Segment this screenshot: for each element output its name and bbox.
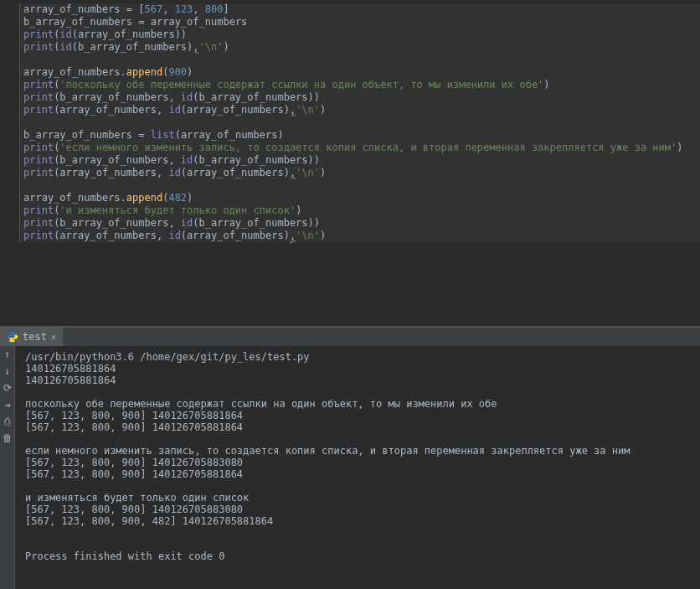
code-content[interactable]: print('поскольку обе переменные содержат…	[20, 79, 700, 91]
gutter	[0, 204, 20, 217]
run-tab[interactable]: test ×	[0, 328, 63, 346]
code-line[interactable]: array_of_numbers.append(900)	[0, 66, 700, 79]
tool-button[interactable]: 🗑	[3, 433, 13, 443]
gutter	[0, 192, 20, 204]
gutter	[0, 217, 20, 230]
tool-button[interactable]: ⇥	[4, 400, 10, 410]
code-content[interactable]: print(array_of_numbers, id(array_of_numb…	[20, 104, 700, 116]
run-tabs-row: test ×	[0, 327, 700, 346]
gutter	[0, 3, 20, 16]
code-content[interactable]: print(array_of_numbers, id(array_of_numb…	[20, 167, 700, 179]
code-content[interactable]: b_array_of_numbers = list(array_of_numbe…	[20, 129, 700, 142]
gutter	[0, 154, 20, 167]
gutter	[0, 79, 20, 91]
console-panel: ↑↓⟳⇥⎙🗑 /usr/bin/python3.6 /home/gex/git/…	[0, 346, 700, 589]
gutter	[0, 167, 20, 179]
code-content[interactable]	[20, 54, 700, 66]
code-content[interactable]: print(b_array_of_numbers, id(b_array_of_…	[20, 154, 700, 167]
run-tab-label: test	[23, 331, 47, 343]
gutter	[0, 129, 20, 142]
code-content[interactable]	[20, 179, 700, 192]
code-content[interactable]	[20, 116, 700, 129]
gutter	[0, 116, 20, 129]
code-content[interactable]: print(id(array_of_numbers))	[20, 28, 700, 41]
code-line[interactable]: print('если немного изменить запись, то …	[0, 142, 700, 154]
code-line[interactable]: print(id(b_array_of_numbers),'\n')	[0, 41, 700, 54]
code-content[interactable]: print(b_array_of_numbers, id(b_array_of_…	[20, 91, 700, 104]
gutter	[0, 41, 20, 54]
code-line[interactable]: print(id(array_of_numbers))	[0, 28, 700, 41]
code-content[interactable]: array_of_numbers.append(900)	[20, 66, 700, 79]
tool-button[interactable]: ↑	[4, 349, 10, 359]
code-editor[interactable]: array_of_numbers = [567, 123, 800]b_arra…	[0, 0, 700, 327]
tool-button[interactable]: ⟳	[3, 383, 12, 393]
console-toolbar: ↑↓⟳⇥⎙🗑	[0, 346, 15, 589]
code-content[interactable]: array_of_numbers = [567, 123, 800]	[20, 3, 700, 16]
code-line[interactable]: print(array_of_numbers, id(array_of_numb…	[0, 104, 700, 116]
console-output[interactable]: /usr/bin/python3.6 /home/gex/git/py_les/…	[15, 346, 700, 589]
code-line[interactable]: print(array_of_numbers, id(array_of_numb…	[0, 167, 700, 179]
gutter	[0, 66, 20, 79]
code-line[interactable]: print(b_array_of_numbers, id(b_array_of_…	[0, 91, 700, 104]
code-line[interactable]	[0, 179, 700, 192]
code-content[interactable]: print(id(b_array_of_numbers),'\n')	[20, 41, 700, 54]
code-line[interactable]: print(array_of_numbers, id(array_of_numb…	[0, 230, 700, 242]
code-line[interactable]	[0, 54, 700, 66]
code-content[interactable]: print('и изменяться будет только один сп…	[20, 204, 700, 217]
code-line[interactable]: b_array_of_numbers = array_of_numbers	[0, 16, 700, 28]
code-line[interactable]: print(b_array_of_numbers, id(b_array_of_…	[0, 154, 700, 167]
tool-button[interactable]: ↓	[4, 366, 10, 376]
gutter	[0, 28, 20, 41]
code-content[interactable]: print(b_array_of_numbers, id(b_array_of_…	[20, 217, 700, 230]
code-line[interactable]	[0, 116, 700, 129]
gutter	[0, 104, 20, 116]
code-line[interactable]: print(b_array_of_numbers, id(b_array_of_…	[0, 217, 700, 230]
code-line[interactable]: print('поскольку обе переменные содержат…	[0, 79, 700, 91]
code-content[interactable]: array_of_numbers.append(482)	[20, 192, 700, 204]
gutter	[0, 230, 20, 242]
code-content[interactable]: print(array_of_numbers, id(array_of_numb…	[20, 230, 700, 242]
code-line[interactable]: array_of_numbers.append(482)	[0, 192, 700, 204]
gutter	[0, 54, 20, 66]
code-line[interactable]: print('и изменяться будет только один сп…	[0, 204, 700, 217]
tool-button[interactable]: ⎙	[4, 416, 10, 426]
gutter	[0, 16, 20, 28]
close-icon[interactable]: ×	[51, 333, 56, 342]
gutter	[0, 91, 20, 104]
code-content[interactable]: print('если немного изменить запись, то …	[20, 142, 700, 154]
gutter	[0, 179, 20, 192]
python-icon	[7, 331, 18, 343]
code-line[interactable]: b_array_of_numbers = list(array_of_numbe…	[0, 129, 700, 142]
code-line[interactable]: array_of_numbers = [567, 123, 800]	[0, 3, 700, 16]
gutter	[0, 142, 20, 154]
code-content[interactable]: b_array_of_numbers = array_of_numbers	[20, 16, 700, 28]
